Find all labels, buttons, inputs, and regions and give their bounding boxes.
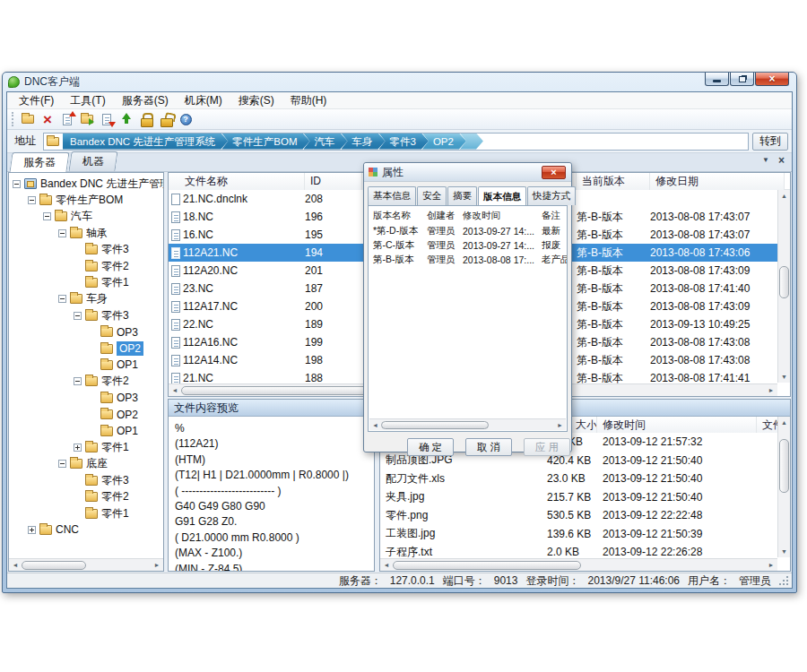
attachment-row[interactable]: 零件.png530.5 KB2013-09-12 22:22:48 <box>380 506 790 525</box>
scroll-left-icon[interactable]: ◄ <box>9 562 22 568</box>
column-version-name[interactable]: 版本名称 <box>369 206 422 224</box>
open-folder-button[interactable] <box>77 110 97 128</box>
scroll-left-icon[interactable]: ◄ <box>380 562 393 568</box>
dialog-horizontal-scrollbar[interactable]: ◄ ► <box>369 418 566 430</box>
delete-button[interactable]: × <box>38 110 57 128</box>
breadcrumb-body[interactable]: 车身 <box>342 134 386 150</box>
tree-horizontal-scrollbar[interactable]: ◄ ► <box>9 558 163 571</box>
column-creator[interactable]: 创建者 <box>422 206 458 224</box>
scroll-thumb[interactable] <box>381 421 489 429</box>
unlock-button[interactable] <box>156 110 176 128</box>
panel-dropdown-icon[interactable]: ▼ <box>762 156 769 165</box>
scroll-left-icon[interactable]: ◄ <box>369 422 381 428</box>
collapse-icon[interactable] <box>13 180 21 188</box>
cancel-button[interactable]: 取 消 <box>465 438 512 456</box>
tree-item[interactable]: 零件1 <box>9 274 163 290</box>
scroll-thumb[interactable] <box>393 561 581 570</box>
collapse-icon[interactable] <box>74 377 82 385</box>
menu-server[interactable]: 服务器(S) <box>114 92 177 109</box>
tab-server[interactable]: 服务器 <box>9 152 69 172</box>
tree-item[interactable]: 车身 <box>9 291 163 307</box>
collapse-icon[interactable] <box>58 460 66 468</box>
tree-item-root[interactable]: Bandex DNC 先进生产管理系统 <box>9 176 163 192</box>
expand-icon[interactable] <box>28 526 36 534</box>
tree-item[interactable]: CNC <box>9 521 163 538</box>
tab-version-info[interactable]: 版本信息 <box>478 186 526 205</box>
attachment-row[interactable]: 配刀文件.xls23.0 KB2013-09-12 21:50:40 <box>380 470 790 488</box>
attachment-row[interactable]: 工装图.jpg139.6 KB2013-09-12 21:50:39 <box>380 525 790 544</box>
menu-file[interactable]: 文件(F) <box>11 92 62 109</box>
tab-summary[interactable]: 摘要 <box>447 186 477 205</box>
collapse-icon[interactable] <box>74 312 82 320</box>
column-version[interactable]: 当前版本 <box>577 173 650 190</box>
preview-content[interactable]: % (112A21) (HTM) (T12| H1 | D21.0000mm |… <box>169 417 374 572</box>
tree-item[interactable]: OP2 <box>9 406 163 422</box>
breadcrumb-bom[interactable]: 零件生产BOM <box>221 134 309 150</box>
version-row[interactable]: 第-C-版本管理员2013-09-27 14:...报废 <box>369 238 567 253</box>
tree-item[interactable]: OP1 <box>9 423 163 439</box>
close-button[interactable]: × <box>755 73 789 86</box>
column-time[interactable]: 修改时间 <box>597 417 757 433</box>
scroll-up-icon[interactable]: ▲ <box>778 417 790 428</box>
tree-item[interactable]: 零件3 <box>9 307 163 323</box>
tree-item[interactable]: 零件1 <box>9 439 163 455</box>
new-folder-button[interactable] <box>18 110 38 128</box>
collapse-icon[interactable] <box>58 295 66 303</box>
help-button[interactable]: ? <box>176 110 195 128</box>
scroll-up-icon[interactable]: ▲ <box>778 190 790 202</box>
tree-item[interactable]: 汽车 <box>9 209 163 225</box>
scroll-right-icon[interactable]: ► <box>765 562 777 568</box>
tree-item[interactable]: 零件3 <box>9 472 163 488</box>
menu-machine[interactable]: 机床(M) <box>177 92 230 109</box>
collapse-icon[interactable] <box>43 212 51 220</box>
scroll-thumb[interactable] <box>779 439 789 493</box>
breadcrumb-auto[interactable]: 汽车 <box>304 134 348 150</box>
restore-button[interactable] <box>730 73 754 86</box>
tree-item[interactable]: 零件3 <box>9 242 163 258</box>
collapse-icon[interactable] <box>58 229 66 237</box>
title-bar[interactable]: DNC客户端 × <box>3 73 796 90</box>
scroll-right-icon[interactable]: ► <box>554 422 566 428</box>
column-date[interactable]: 修改日期 <box>650 173 785 190</box>
scroll-thumb[interactable] <box>22 561 86 570</box>
collapse-icon[interactable] <box>28 196 36 204</box>
tab-basic-info[interactable]: 基本信息 <box>368 186 416 205</box>
ok-button[interactable]: 确 定 <box>407 438 454 456</box>
panel-close-icon[interactable]: × <box>778 156 785 165</box>
dialog-title-bar[interactable]: 属性 × <box>364 163 571 182</box>
tree-item[interactable]: 零件生产BOM <box>9 192 163 208</box>
tree-item-selected[interactable]: OP2 <box>9 340 163 357</box>
scroll-right-icon[interactable]: ► <box>151 562 163 568</box>
tree-item[interactable]: 轴承 <box>9 225 163 241</box>
tree-item[interactable]: OP3 <box>9 390 163 406</box>
scroll-left-icon[interactable]: ◄ <box>169 387 181 393</box>
tree-item[interactable]: 零件2 <box>9 258 163 274</box>
menu-tools[interactable]: 工具(T) <box>62 92 113 109</box>
tree-item[interactable]: 底座 <box>9 456 163 472</box>
column-modified-time[interactable]: 修改时间 <box>458 206 537 224</box>
column-name[interactable]: 文件名称 <box>183 173 305 190</box>
version-row[interactable]: *第-D-版本管理员2013-09-27 14:...最新 <box>369 224 567 238</box>
check-in-button[interactable] <box>57 110 77 128</box>
minimize-button[interactable] <box>705 73 729 86</box>
menu-search[interactable]: 搜索(S) <box>230 92 282 109</box>
column-id[interactable]: ID <box>305 173 362 190</box>
breadcrumb-root[interactable]: Bandex DNC 先进生产管理系统 <box>63 134 228 150</box>
attachments-horizontal-scrollbar[interactable]: ◄ ► <box>380 558 777 571</box>
menu-help[interactable]: 帮助(H) <box>282 92 335 109</box>
attachment-row[interactable]: 夹具.jpg215.7 KB2013-09-12 21:50:40 <box>380 488 790 507</box>
resize-grip[interactable] <box>779 576 789 586</box>
toolbar-grip[interactable] <box>12 112 15 126</box>
lock-button[interactable] <box>136 110 156 128</box>
scroll-down-icon[interactable]: ▼ <box>778 546 790 557</box>
breadcrumb-part3[interactable]: 零件3 <box>379 134 429 150</box>
attachments-vertical-scrollbar[interactable]: ▲ ▼ <box>777 417 790 557</box>
file-list-vertical-scrollbar[interactable]: ▲ ▼ <box>777 190 790 383</box>
dialog-close-button[interactable]: × <box>542 166 566 179</box>
go-button[interactable]: 转到 <box>752 133 788 151</box>
tree-item[interactable]: 零件1 <box>9 505 163 521</box>
tree-item[interactable]: 零件2 <box>9 488 163 504</box>
column-remark[interactable]: 备注 <box>537 206 567 224</box>
version-row[interactable]: 第-B-版本管理员2013-08-08 17:...老产品程序 <box>369 253 567 267</box>
scroll-thumb[interactable] <box>779 266 789 298</box>
